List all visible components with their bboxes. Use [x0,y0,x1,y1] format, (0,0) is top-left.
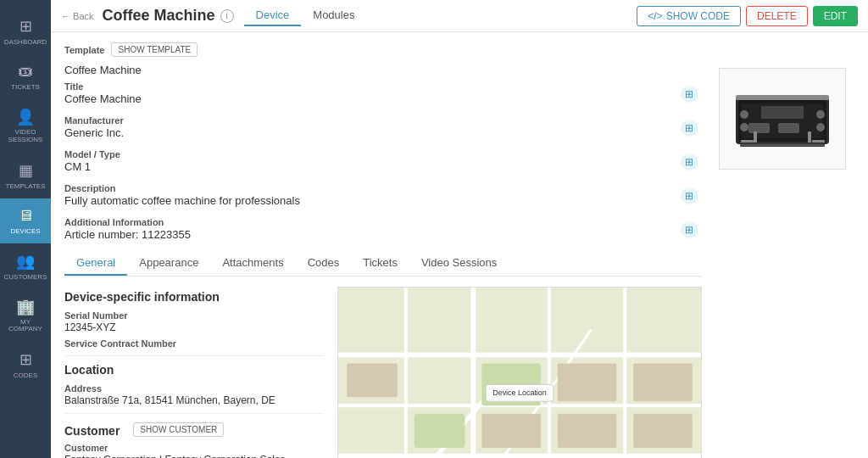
location-address-label: Address [64,383,324,394]
codes-icon: ⊞ [19,350,32,369]
title-field-content: Title Coffee Machine [64,81,676,105]
templates-icon: ▦ [19,161,33,180]
description-label: Description [64,183,676,193]
model-type-field-row: Model / Type CM 1 ⊞ [64,149,702,175]
tickets-icon: 🎟 [18,63,33,81]
sidebar-item-tickets[interactable]: 🎟 TICKETS [0,54,51,99]
customer-value: Fantasy Corporation | Fantasy Corporatio… [64,454,324,458]
customers-icon: 👥 [16,252,35,271]
show-code-button[interactable]: </> SHOW CODE [637,6,741,26]
svg-rect-26 [558,414,617,448]
manufacturer-qr-icon[interactable]: ⊞ [676,115,702,141]
tab-video-sessions[interactable]: Video Sessions [409,251,509,276]
svg-rect-56 [741,140,754,142]
svg-text:⊞: ⊞ [685,122,693,134]
tab-general[interactable]: General [64,251,127,276]
svg-rect-55 [754,131,757,144]
manufacturer-value: Generic Inc. [64,126,676,139]
svg-rect-23 [347,363,398,397]
sidebar-item-templates[interactable]: ▦ TEMPLATES [0,153,51,198]
tab-codes[interactable]: Codes [296,251,352,276]
back-link[interactable]: ← Back [61,11,94,21]
sidebar-item-label: CUSTOMERS [4,273,47,281]
svg-rect-58 [740,144,825,146]
tab-tickets[interactable]: Tickets [351,251,409,276]
sidebar-item-label: TICKETS [11,83,40,91]
svg-rect-53 [808,131,811,144]
location-title: Location [64,363,324,377]
title-field-row: Title Coffee Machine ⊞ [64,81,702,107]
template-value: Coffee Machine [64,64,702,76]
customer-section-title: Customer [64,424,120,438]
additional-info-qr-icon[interactable]: ⊞ [676,217,702,243]
delete-button[interactable]: DELETE [746,6,808,26]
svg-text:⊞: ⊞ [685,224,693,236]
additional-info-value: Article number: 11223355 [64,228,676,241]
sidebar-item-label: DASHBOARD [4,38,47,46]
svg-rect-32 [633,414,693,448]
model-qr-icon[interactable]: ⊞ [676,149,702,175]
sidebar-item-dashboard[interactable]: ⊞ DASHBOARD [0,8,51,54]
topbar: ← Back Coffee Machine i Device Modules <… [51,0,868,32]
show-customer-button[interactable]: SHOW CUSTOMER [133,422,224,437]
additional-info-field-row: Additional Information Article number: 1… [64,217,702,243]
sidebar-item-label: MY COMPANY [4,319,47,334]
map-container[interactable]: Device Location Go o g l e Map data ©202… [337,287,702,458]
model-value: CM 1 [64,160,676,173]
bottom-left: Device-specific information Serial Numbe… [64,287,324,458]
additional-info-label: Additional Information [64,217,676,227]
sidebar-item-label: CODES [14,371,37,379]
tab-modules[interactable]: Modules [301,5,366,26]
left-panel: Template SHOW TEMPLATE Coffee Machine Ti… [64,42,702,448]
customer-header: Customer SHOW CUSTOMER [64,421,324,438]
sidebar-item-label: DEVICES [10,227,40,235]
svg-rect-31 [633,363,693,401]
info-icon[interactable]: i [220,9,234,23]
svg-rect-47 [778,123,799,133]
sidebar-item-codes[interactable]: ⊞ CODES [0,342,51,388]
description-qr-icon[interactable]: ⊞ [676,183,702,209]
title-value: Coffee Machine [64,92,676,105]
sidebar: ⊞ DASHBOARD 🎟 TICKETS 👤 VIDEO SESSIONS ▦… [0,0,51,458]
tab-appearance[interactable]: Appearance [127,251,210,276]
manufacturer-field-content: Manufacturer Generic Inc. [64,115,676,139]
inner-tabs: General Appearance Attachments Codes Tic… [64,251,702,276]
code-icon: </> [648,10,662,22]
coffee-machine-illustration [732,85,833,153]
sidebar-item-my-company[interactable]: 🏢 MY COMPANY [0,289,51,343]
right-panel [719,42,854,448]
description-value: Fully automatic coffee machine for profe… [64,194,676,207]
dashboard-icon: ⊞ [19,17,32,36]
svg-rect-45 [736,95,829,100]
device-image [719,68,846,170]
svg-rect-54 [812,140,825,142]
tab-device[interactable]: Device [244,5,302,26]
svg-text:⊞: ⊞ [685,156,693,168]
sidebar-item-customers[interactable]: 👥 CUSTOMERS [0,243,51,289]
svg-point-49 [740,123,748,131]
devices-icon: 🖥 [18,207,33,225]
top-nav-tabs: Device Modules [244,5,367,26]
sidebar-item-devices[interactable]: 🖥 DEVICES [0,198,51,243]
show-template-button[interactable]: SHOW TEMPLATE [111,42,198,57]
description-field-content: Description Fully automatic coffee machi… [64,183,676,207]
svg-point-48 [740,110,748,119]
sidebar-item-video-sessions[interactable]: 👤 VIDEO SESSIONS [0,99,51,153]
svg-rect-52 [761,106,804,119]
additional-info-field-content: Additional Information Article number: 1… [64,217,676,241]
model-field-content: Model / Type CM 1 [64,149,676,173]
description-field-row: Description Fully automatic coffee machi… [64,183,702,209]
svg-rect-25 [558,363,617,401]
my-company-icon: 🏢 [16,298,35,316]
bottom-content: Device-specific information Serial Numbe… [64,287,702,458]
tab-attachments[interactable]: Attachments [210,251,295,276]
main-content: ← Back Coffee Machine i Device Modules <… [51,0,868,458]
title-qr-icon[interactable]: ⊞ [676,81,702,107]
topbar-actions: </> SHOW CODE DELETE EDIT [637,6,858,26]
svg-text:⊞: ⊞ [685,88,693,100]
svg-rect-22 [415,414,465,448]
map-svg: Device Location Go o g l e Map data ©202… [338,288,701,458]
svg-point-50 [816,110,825,119]
customer-label: Customer [64,443,324,453]
edit-button[interactable]: EDIT [813,6,858,26]
